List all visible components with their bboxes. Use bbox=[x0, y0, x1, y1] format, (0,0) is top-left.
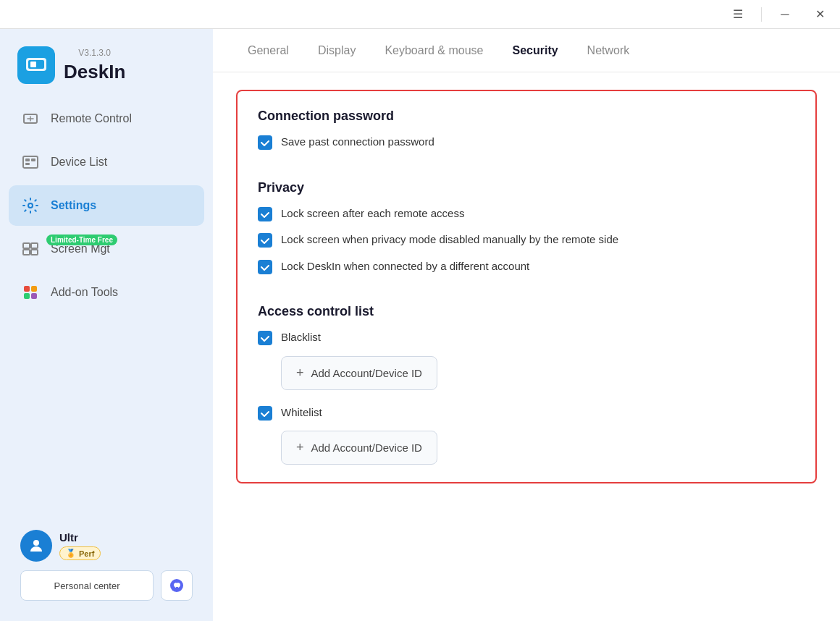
lock-screen-checkbox[interactable] bbox=[258, 207, 272, 221]
svg-rect-2 bbox=[30, 62, 36, 67]
svg-point-17 bbox=[33, 540, 39, 546]
personal-center-label: Personal center bbox=[54, 580, 119, 591]
lock-privacy-row: Lock screen when privacy mode disabled m… bbox=[258, 232, 795, 248]
avatar bbox=[20, 530, 52, 562]
svg-rect-5 bbox=[25, 159, 30, 161]
svg-rect-10 bbox=[31, 243, 38, 248]
tab-security[interactable]: Security bbox=[500, 38, 569, 63]
sidebar-item-settings[interactable]: Settings bbox=[9, 185, 204, 226]
titlebar-separator bbox=[761, 7, 762, 22]
lock-privacy-label: Lock screen when privacy mode disabled m… bbox=[281, 232, 618, 248]
sidebar-item-label: Add-on Tools bbox=[51, 286, 118, 299]
add-whitelist-label: Add Account/Device ID bbox=[311, 442, 422, 454]
add-blacklist-button[interactable]: + Add Account/Device ID bbox=[281, 356, 437, 390]
sidebar-item-device-list[interactable]: Device List bbox=[9, 142, 204, 182]
settings-panel: Connection password Save past connection… bbox=[213, 72, 840, 621]
minimize-button[interactable]: ─ bbox=[773, 3, 797, 26]
svg-rect-16 bbox=[31, 293, 37, 299]
limited-time-badge: Limited-Time Free bbox=[46, 235, 117, 245]
access-control-title: Access control list bbox=[258, 304, 795, 319]
discord-button[interactable] bbox=[161, 570, 193, 601]
lock-deskin-row: Lock DeskIn when connected by a differen… bbox=[258, 258, 795, 275]
divider-1 bbox=[258, 165, 795, 166]
blacklist-section: Blacklist + Add Account/Device ID bbox=[258, 329, 795, 390]
user-plan-badge: 🏅 Perf bbox=[59, 546, 101, 560]
add-plus-icon: + bbox=[296, 366, 304, 381]
sidebar-logo: V3.1.3.0 DeskIn bbox=[0, 29, 213, 98]
footer-buttons: Personal center bbox=[20, 570, 193, 601]
sidebar-item-add-on-tools[interactable]: Add-on Tools bbox=[9, 272, 204, 313]
add-blacklist-label: Add Account/Device ID bbox=[311, 367, 422, 379]
tab-display[interactable]: Display bbox=[306, 38, 367, 63]
svg-rect-15 bbox=[24, 293, 30, 299]
sidebar-nav: Remote Control Device List bbox=[0, 98, 213, 521]
svg-rect-13 bbox=[24, 286, 30, 292]
security-section-box: Connection password Save past connection… bbox=[236, 90, 817, 483]
sidebar-item-remote-control[interactable]: Remote Control bbox=[9, 98, 204, 139]
svg-rect-6 bbox=[31, 159, 35, 161]
tab-bar: General Display Keyboard & mouse Securit… bbox=[213, 29, 840, 72]
add-on-tools-icon bbox=[20, 282, 41, 303]
divider-2 bbox=[258, 289, 795, 290]
personal-center-button[interactable]: Personal center bbox=[20, 570, 154, 601]
user-info: Ultr 🏅 Perf bbox=[59, 531, 101, 560]
add-plus-icon-2: + bbox=[296, 440, 304, 455]
svg-rect-7 bbox=[25, 163, 30, 165]
blacklist-checkbox[interactable] bbox=[258, 331, 272, 345]
svg-rect-11 bbox=[23, 250, 30, 255]
whitelist-section: Whitelist + Add Account/Device ID bbox=[258, 405, 795, 465]
sidebar-item-label: Remote Control bbox=[51, 112, 132, 125]
connection-password-title: Connection password bbox=[258, 109, 795, 124]
lock-deskin-label: Lock DeskIn when connected by a differen… bbox=[281, 258, 529, 275]
sidebar: V3.1.3.0 DeskIn Remote Control bbox=[0, 29, 213, 621]
badge-label: Perf bbox=[79, 549, 94, 558]
svg-rect-4 bbox=[23, 156, 38, 168]
sidebar-item-label: Device List bbox=[51, 156, 107, 169]
tab-general[interactable]: General bbox=[236, 38, 301, 63]
lock-deskin-checkbox[interactable] bbox=[258, 260, 272, 274]
logo-icon bbox=[17, 46, 55, 84]
app-body: V3.1.3.0 DeskIn Remote Control bbox=[0, 29, 840, 621]
save-password-checkbox[interactable] bbox=[258, 135, 272, 150]
whitelist-row: Whitelist bbox=[258, 405, 795, 421]
svg-point-8 bbox=[28, 203, 33, 208]
whitelist-checkbox[interactable] bbox=[258, 406, 272, 421]
whitelist-label: Whitelist bbox=[281, 405, 322, 421]
user-name: Ultr bbox=[59, 531, 101, 544]
sidebar-item-screen-mgt[interactable]: Screen Mgt Limited-Time Free bbox=[9, 229, 204, 269]
close-button[interactable]: ✕ bbox=[808, 3, 831, 26]
save-password-label: Save past connection password bbox=[281, 134, 434, 151]
lock-screen-row: Lock screen after each remote access bbox=[258, 206, 795, 222]
logo-name: DeskIn bbox=[64, 61, 125, 83]
titlebar: ☰ ─ ✕ bbox=[0, 0, 840, 29]
svg-rect-12 bbox=[31, 250, 38, 255]
remote-control-icon bbox=[20, 109, 41, 129]
blacklist-label: Blacklist bbox=[281, 329, 321, 346]
sidebar-footer: Ultr 🏅 Perf Personal center bbox=[9, 521, 204, 609]
lock-privacy-checkbox[interactable] bbox=[258, 233, 272, 248]
add-whitelist-button[interactable]: + Add Account/Device ID bbox=[281, 431, 437, 465]
blacklist-row: Blacklist bbox=[258, 329, 795, 346]
tab-keyboard-mouse[interactable]: Keyboard & mouse bbox=[373, 38, 495, 63]
menu-button[interactable]: ☰ bbox=[726, 3, 749, 26]
badge-icon: 🏅 bbox=[66, 549, 76, 558]
svg-rect-14 bbox=[31, 286, 37, 292]
version-text: V3.1.3.0 bbox=[64, 48, 125, 58]
lock-screen-label: Lock screen after each remote access bbox=[281, 206, 464, 222]
privacy-title: Privacy bbox=[258, 180, 795, 195]
user-card: Ultr 🏅 Perf bbox=[20, 530, 193, 562]
main-content: General Display Keyboard & mouse Securit… bbox=[213, 29, 840, 621]
tab-network[interactable]: Network bbox=[576, 38, 642, 63]
save-password-row: Save past connection password bbox=[258, 134, 795, 151]
device-list-icon bbox=[20, 152, 41, 172]
svg-rect-9 bbox=[23, 243, 30, 248]
screen-mgt-icon bbox=[20, 239, 41, 259]
sidebar-item-label: Settings bbox=[51, 199, 96, 212]
logo-text: V3.1.3.0 DeskIn bbox=[64, 48, 125, 83]
settings-icon bbox=[20, 195, 41, 216]
